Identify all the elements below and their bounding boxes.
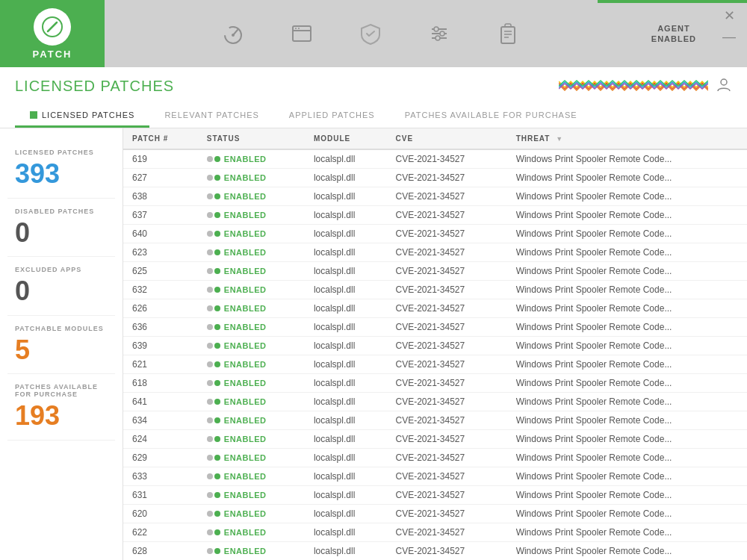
cell-threat: Windows Print Spooler Remote Code... [507,337,747,355]
status-dot-green [214,156,220,162]
table-row[interactable]: 626 ENABLED localspl.dll CVE-2021-34527 … [123,299,747,318]
cell-threat: Windows Print Spooler Remote Code... [507,374,747,393]
stat-disabled-patches-label: Disabled Patches [15,208,108,215]
table-row[interactable]: 632 ENABLED localspl.dll CVE-2021-34527 … [123,281,747,299]
user-icon[interactable] [716,76,732,96]
table-row[interactable]: 622 ENABLED localspl.dll CVE-2021-34527 … [123,523,747,542]
status-dot-green [214,417,220,423]
cell-threat: Windows Print Spooler Remote Code... [507,169,747,187]
table-row[interactable]: 624 ENABLED localspl.dll CVE-2021-34527 … [123,430,747,449]
status-dot-green [214,305,220,311]
cell-status: ENABLED [198,505,305,523]
table-row[interactable]: 620 ENABLED localspl.dll CVE-2021-34527 … [123,505,747,523]
cell-status: ENABLED [198,299,305,318]
table-row[interactable]: 637 ENABLED localspl.dll CVE-2021-34527 … [123,206,747,225]
header-right [559,76,732,96]
table-row[interactable]: 636 ENABLED localspl.dll CVE-2021-34527 … [123,318,747,337]
col-status: Status [198,128,305,149]
status-dot-green [214,231,220,237]
cell-module: localspl.dll [305,430,387,449]
cell-module: localspl.dll [305,299,387,318]
table-row[interactable]: 639 ENABLED localspl.dll CVE-2021-34527 … [123,337,747,355]
cell-cve: CVE-2021-34527 [386,337,506,355]
cell-patch-num: 639 [123,337,198,355]
status-label: ENABLED [224,173,267,182]
cell-threat: Windows Print Spooler Remote Code... [507,393,747,411]
table-row[interactable]: 619 ENABLED localspl.dll CVE-2021-34527 … [123,149,747,169]
nav-dashboard[interactable] [221,22,245,46]
cell-patch-num: 626 [123,299,198,318]
cell-cve: CVE-2021-34527 [386,505,506,523]
logo-icon [34,8,71,46]
col-threat[interactable]: Threat ▼ [507,128,747,149]
cell-status: ENABLED [198,169,305,187]
tab-patches-available[interactable]: Patches Available For Purchase [390,105,592,128]
cell-patch-num: 632 [123,281,198,299]
tab-relevant-patches[interactable]: Relevant Patches [149,105,273,128]
table-row[interactable]: 628 ENABLED localspl.dll CVE-2021-34527 … [123,542,747,561]
svg-point-18 [721,79,727,85]
tab-licensed-patches[interactable]: Licensed Patches [15,105,149,128]
table-row[interactable]: 627 ENABLED localspl.dll CVE-2021-34527 … [123,169,747,187]
table-row[interactable]: 633 ENABLED localspl.dll CVE-2021-34527 … [123,467,747,486]
status-label: ENABLED [224,453,267,462]
cell-cve: CVE-2021-34527 [386,411,506,430]
status-dot-green [214,511,220,517]
status-dot-green [214,343,220,349]
svg-point-11 [434,27,438,31]
stat-disabled-patches-value: 0 [15,218,108,248]
top-nav: PATCH [0,0,747,67]
nav-sliders[interactable] [427,22,451,46]
cell-patch-num: 625 [123,262,198,281]
status-dot-gray [207,361,213,367]
cell-patch-num: 620 [123,505,198,523]
cell-patch-num: 634 [123,411,198,430]
cell-patch-num: 628 [123,542,198,561]
nav-window[interactable] [290,22,314,46]
svg-point-3 [232,34,235,37]
page-header: LICENSED PATCHES [0,67,747,128]
table-row[interactable]: 631 ENABLED localspl.dll CVE-2021-34527 … [123,486,747,505]
minimize-button[interactable]: — [722,30,736,43]
table-wrapper[interactable]: Patch # Status Module CVE Threat ▼ 619 [123,128,747,560]
status-label: ENABLED [224,285,267,294]
table-row[interactable]: 638 ENABLED localspl.dll CVE-2021-34527 … [123,187,747,206]
cell-threat: Windows Print Spooler Remote Code... [507,281,747,299]
status-label: ENABLED [224,267,267,276]
table-row[interactable]: 629 ENABLED localspl.dll CVE-2021-34527 … [123,449,747,467]
table-row[interactable]: 623 ENABLED localspl.dll CVE-2021-34527 … [123,243,747,262]
status-dot-green [214,380,220,386]
table-row[interactable]: 641 ENABLED localspl.dll CVE-2021-34527 … [123,393,747,411]
threat-sort-icon: ▼ [556,135,563,143]
cell-patch-num: 636 [123,318,198,337]
table-row[interactable]: 621 ENABLED localspl.dll CVE-2021-34527 … [123,355,747,374]
page-title: LICENSED PATCHES [15,78,174,95]
nav-shield[interactable] [359,22,382,46]
status-label: ENABLED [224,379,267,388]
stat-licensed-patches-value: 393 [15,159,108,189]
status-dot-gray [207,305,213,311]
status-dot-gray [207,268,213,274]
cell-status: ENABLED [198,149,305,169]
status-label: ENABLED [224,323,267,332]
tab-applied-patches[interactable]: Applied Patches [274,105,390,128]
status-label: ENABLED [224,341,267,350]
cell-threat: Windows Print Spooler Remote Code... [507,542,747,561]
table-area: Patch # Status Module CVE Threat ▼ 619 [123,128,747,560]
stat-licensed-patches: Licensed Patches 393 [7,140,115,199]
table-row[interactable]: 640 ENABLED localspl.dll CVE-2021-34527 … [123,225,747,243]
table-row[interactable]: 618 ENABLED localspl.dll CVE-2021-34527 … [123,374,747,393]
cell-cve: CVE-2021-34527 [386,355,506,374]
sidebar-stats: Licensed Patches 393 Disabled Patches 0 … [0,128,123,560]
status-dot-gray [207,193,213,199]
table-row[interactable]: 634 ENABLED localspl.dll CVE-2021-34527 … [123,411,747,430]
cell-threat: Windows Print Spooler Remote Code... [507,449,747,467]
cell-module: localspl.dll [305,187,387,206]
close-button[interactable]: ✕ [724,9,735,22]
stat-patches-purchase: Patches Available For Purchase 193 [7,374,115,441]
nav-clipboard[interactable] [496,22,520,46]
cell-threat: Windows Print Spooler Remote Code... [507,467,747,486]
cell-patch-num: 622 [123,523,198,542]
table-row[interactable]: 625 ENABLED localspl.dll CVE-2021-34527 … [123,262,747,281]
cell-status: ENABLED [198,262,305,281]
